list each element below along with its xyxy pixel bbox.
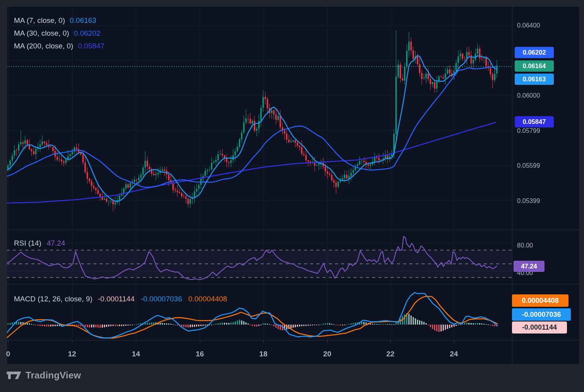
tradingview-logo-text: TradingView [26,370,81,381]
tradingview-chart-window: MA (7, close, 0) 0.06163 MA (30, close, … [0,0,584,392]
ma-legend: MA (7, close, 0) 0.06163 MA (30, close, … [14,14,105,52]
rsi-axis-label: 80.00 [517,242,533,249]
tradingview-logo-icon [6,370,22,381]
ma30-label: MA (30, close, 0) [14,29,69,38]
ma200-value: 0.05847 [78,42,105,50]
tradingview-logo[interactable]: TradingView [6,370,81,381]
ma7-label: MA (7, close, 0) [14,16,65,25]
time-axis-label: 0 [6,350,10,358]
macd-legend[interactable]: MACD (12, 26, close, 9) -0.0001144 -0.00… [14,294,234,304]
ma7-legend-row[interactable]: MA (7, close, 0) 0.06163 [14,14,105,27]
rsi-label: RSI (14) [14,239,41,248]
ma7-value: 0.06163 [70,16,96,25]
chart-canvas[interactable] [0,0,584,392]
macd-signal-badge: 0.00004408 [512,294,569,307]
price-axis-label: 0.06400 [517,22,540,29]
macd-label: MACD (12, 26, close, 9) [14,295,93,303]
rsi-value: 47.24 [47,239,65,248]
price-axis-label: 0.05599 [517,162,540,169]
ma200-price-badge: 0.05847 [515,116,554,127]
ma200-label: MA (200, close, 0) [14,42,73,50]
time-axis-label: 16 [196,350,204,358]
macd-line-badge: -0.00007036 [512,308,571,321]
price-axis-label: 0.06000 [517,92,540,99]
macd-hist-value: -0.0001144 [98,295,135,303]
price-axis-label: 0.05799 [517,127,540,134]
last-price-badge: 0.06164 [515,60,554,72]
time-axis-label: 12 [68,350,76,358]
time-axis-label: 18 [259,350,267,358]
time-axis-label: 14 [132,350,140,358]
time-axis-label: 22 [386,350,394,358]
rsi-legend[interactable]: RSI (14) 47.24 [14,239,71,248]
ma7-price-badge: 0.06163 [515,74,554,85]
ma30-legend-row[interactable]: MA (30, close, 0) 0.06202 [14,27,105,40]
macd-line-value: -0.00007036 [141,295,182,303]
macd-hist-badge: -0.0001144 [512,322,567,334]
rsi-value-badge: 47.24 [514,261,544,272]
ma30-value: 0.06202 [74,29,101,38]
ma200-legend-row[interactable]: MA (200, close, 0) 0.05847 [14,40,105,52]
price-axis-label: 0.05399 [517,197,540,204]
ma30-price-badge: 0.06202 [515,47,554,58]
macd-signal-value: 0.00004408 [188,295,227,303]
time-axis-label: 20 [323,350,331,358]
time-axis-label: 24 [450,350,458,358]
